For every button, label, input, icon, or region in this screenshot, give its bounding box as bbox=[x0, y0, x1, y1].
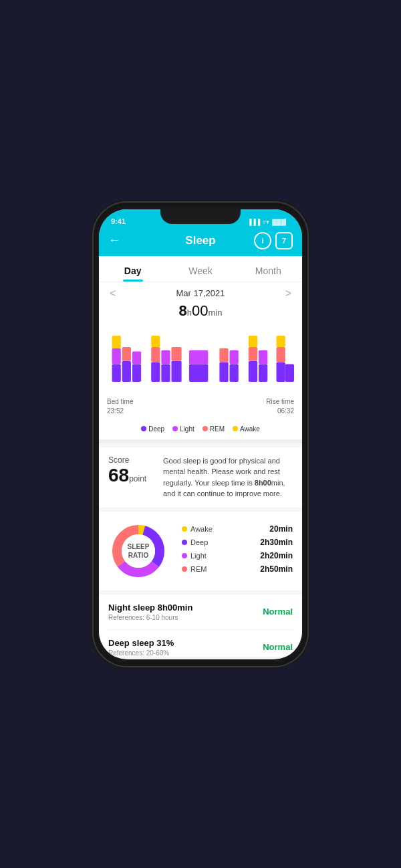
legend-awake: Awake bbox=[233, 425, 260, 433]
svg-rect-18 bbox=[230, 364, 239, 381]
deep-sleep-title: Deep sleep 31% bbox=[108, 638, 174, 648]
ratio-legend: Awake 20min Deep 2h30min bbox=[182, 524, 293, 578]
sleep-time-display: 8h00min bbox=[99, 302, 302, 322]
svg-rect-6 bbox=[132, 351, 141, 364]
bed-time-display: Bed time 23:52 bbox=[107, 397, 133, 416]
deep-ratio-value: 2h30min bbox=[260, 538, 293, 547]
chart-legend: Deep Light REM Awake bbox=[99, 421, 302, 443]
score-left-panel: Score 68point bbox=[108, 455, 155, 486]
signal-icon: ▐▐▐ bbox=[247, 219, 260, 225]
svg-rect-10 bbox=[161, 364, 170, 381]
legend-rem: REM bbox=[203, 425, 225, 433]
svg-rect-1 bbox=[112, 348, 121, 364]
header: ← Sleep i 7 bbox=[99, 228, 302, 256]
calendar-icon: 7 bbox=[282, 237, 286, 245]
night-sleep-title: Night sleep 8h00min bbox=[108, 603, 192, 613]
ratio-deep: Deep 2h30min bbox=[182, 538, 293, 547]
bed-time-label: Bed time bbox=[107, 397, 133, 407]
rem-ratio-label: REM bbox=[190, 565, 207, 573]
ratio-light: Light 2h20min bbox=[182, 551, 293, 560]
deep-sleep-ref: References: 20-60% bbox=[108, 649, 174, 657]
svg-rect-0 bbox=[112, 364, 121, 381]
score-display: 68point bbox=[108, 465, 155, 486]
info-icon: i bbox=[261, 237, 263, 245]
deep-dot bbox=[141, 426, 146, 431]
night-sleep-ref: References: 6-10 hours bbox=[108, 614, 192, 621]
sleep-chart bbox=[99, 322, 302, 396]
score-time-bold: 8h00 bbox=[255, 479, 271, 487]
minutes-unit: min bbox=[209, 308, 223, 318]
status-time: 9:41 bbox=[111, 217, 126, 225]
night-sleep-status: Normal bbox=[263, 607, 293, 617]
status-icons: ▐▐▐ ▿▾ ▓▓▓▏ bbox=[247, 219, 290, 225]
svg-rect-3 bbox=[122, 360, 131, 381]
score-value: 68 bbox=[108, 465, 129, 485]
metrics-section: Night sleep 8h00min References: 6-10 hou… bbox=[99, 594, 302, 657]
tab-month[interactable]: Month bbox=[235, 261, 302, 282]
score-label: Score bbox=[108, 455, 155, 465]
awake-ratio-label: Awake bbox=[190, 525, 213, 533]
svg-rect-21 bbox=[249, 346, 257, 360]
rise-time-value: 06:32 bbox=[266, 407, 294, 416]
awake-label: Awake bbox=[240, 425, 260, 433]
light-ratio-value: 2h20min bbox=[260, 551, 293, 560]
header-icons: i 7 bbox=[254, 232, 293, 249]
tabs-container: Day Week Month bbox=[99, 256, 302, 282]
calendar-button[interactable]: 7 bbox=[275, 232, 293, 249]
light-label: Light bbox=[180, 425, 194, 433]
current-date: Mar 17,2021 bbox=[176, 288, 225, 298]
deep-sleep-status: Normal bbox=[263, 642, 293, 652]
tab-day[interactable]: Day bbox=[99, 261, 166, 282]
donut-chart: SLEEP RATIO bbox=[108, 521, 168, 581]
rem-label: REM bbox=[210, 425, 225, 433]
back-button[interactable]: ← bbox=[108, 233, 120, 247]
rise-time-label: Rise time bbox=[266, 397, 294, 407]
awake-ratio-value: 20min bbox=[269, 524, 293, 534]
svg-rect-25 bbox=[277, 362, 285, 381]
deep-label: Deep bbox=[148, 425, 164, 433]
svg-rect-12 bbox=[171, 360, 181, 381]
svg-rect-4 bbox=[122, 346, 131, 360]
wifi-icon: ▿▾ bbox=[263, 219, 269, 225]
score-section: Score 68point Good sleep is good for phy… bbox=[99, 447, 302, 508]
svg-rect-20 bbox=[249, 360, 257, 381]
svg-rect-27 bbox=[277, 335, 285, 346]
info-button[interactable]: i bbox=[254, 232, 271, 249]
sleep-hours: 8 bbox=[179, 302, 187, 319]
light-ratio-label: Light bbox=[190, 552, 207, 560]
tab-week[interactable]: Week bbox=[166, 261, 234, 282]
donut-label-line1: SLEEP bbox=[128, 542, 150, 551]
light-dot bbox=[172, 426, 178, 431]
ratio-rem: REM 2h50min bbox=[182, 564, 293, 574]
battery-icon: ▓▓▓▏ bbox=[272, 219, 290, 225]
metric-night-sleep: Night sleep 8h00min References: 6-10 hou… bbox=[108, 594, 293, 630]
legend-deep: Deep bbox=[141, 425, 164, 433]
sleep-ratio-section: SLEEP RATIO Awake 20min bbox=[99, 512, 302, 590]
svg-rect-24 bbox=[259, 350, 267, 364]
svg-rect-9 bbox=[151, 335, 160, 346]
bed-rise-times: Bed time 23:52 Rise time 06:32 bbox=[99, 396, 302, 421]
phone-screen: 9:41 ▐▐▐ ▿▾ ▓▓▓▏ ← Sleep i 7 bbox=[99, 209, 302, 659]
hours-label: h bbox=[187, 308, 192, 318]
svg-rect-15 bbox=[189, 350, 208, 364]
svg-rect-26 bbox=[277, 346, 285, 362]
ratio-awake: Awake 20min bbox=[182, 524, 293, 534]
svg-rect-19 bbox=[230, 350, 239, 364]
awake-dot bbox=[233, 426, 238, 431]
page-title: Sleep bbox=[185, 234, 215, 247]
rem-dot bbox=[203, 426, 208, 431]
awake-ratio-dot bbox=[182, 526, 187, 532]
svg-rect-11 bbox=[161, 350, 170, 364]
bed-time-value: 23:52 bbox=[107, 407, 133, 416]
legend-light: Light bbox=[172, 425, 194, 433]
next-date-button[interactable]: > bbox=[285, 288, 291, 300]
rem-ratio-dot bbox=[182, 566, 187, 572]
prev-date-button[interactable]: < bbox=[110, 288, 116, 300]
svg-rect-28 bbox=[285, 364, 294, 381]
svg-rect-23 bbox=[259, 364, 267, 381]
notch bbox=[160, 209, 241, 224]
donut-label: SLEEP RATIO bbox=[128, 542, 150, 560]
rem-ratio-value: 2h50min bbox=[260, 564, 293, 574]
metric-deep-sleep: Deep sleep 31% References: 20-60% Normal bbox=[108, 630, 293, 657]
sleep-minutes: 00 bbox=[192, 302, 208, 319]
